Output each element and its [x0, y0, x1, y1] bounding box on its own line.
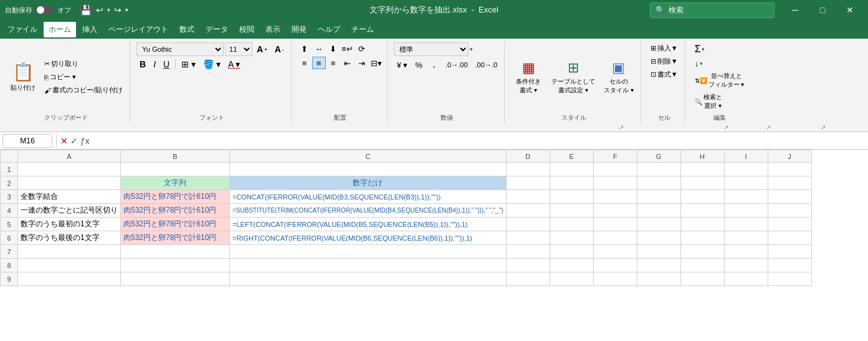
cell-h5[interactable]	[680, 218, 724, 231]
fill-color-button[interactable]: 🪣 ▾	[200, 58, 224, 70]
cell-a1[interactable]	[18, 163, 121, 176]
alignment-expand[interactable]: ↗	[766, 124, 771, 131]
underline-button[interactable]: U	[160, 58, 173, 70]
cell-a6[interactable]: 数字のうち最後の1文字	[18, 231, 121, 245]
cell-c6[interactable]: =RIGHT(CONCAT(IFERROR(VALUE(MID(B6,SEQUE…	[230, 231, 507, 245]
cell-b7[interactable]	[121, 245, 230, 259]
cell-f8[interactable]	[593, 259, 637, 272]
cell-b1[interactable]	[121, 163, 230, 176]
cell-j9[interactable]	[768, 272, 811, 286]
cell-g7[interactable]	[637, 245, 680, 259]
insert-function-icon[interactable]: ƒx	[80, 136, 90, 146]
align-left-button[interactable]: ≡	[298, 57, 312, 69]
cell-b2[interactable]: 文字列	[121, 176, 230, 190]
cell-h6[interactable]	[680, 231, 724, 245]
orientation-button[interactable]: ⟳	[355, 42, 369, 55]
cell-j7[interactable]	[768, 245, 811, 259]
menu-developer[interactable]: 開発	[287, 22, 312, 37]
cell-b5[interactable]: 肉532円と卵78円で計610円	[121, 218, 230, 231]
wrap-text-button[interactable]: ≡↵	[341, 42, 355, 55]
menu-home[interactable]: ホーム	[44, 22, 76, 37]
cell-c2[interactable]: 数字だけ	[230, 176, 507, 190]
cell-i9[interactable]	[724, 272, 768, 286]
italic-button[interactable]: I	[150, 58, 159, 70]
decrease-font-button[interactable]: A-	[272, 43, 287, 55]
cell-j5[interactable]	[768, 218, 811, 231]
cell-e8[interactable]	[550, 259, 593, 272]
quick-access-dropdown[interactable]: ▾	[125, 7, 128, 13]
conditional-format-button[interactable]: ▦ 条件付き書式 ▾	[511, 58, 546, 97]
cell-a8[interactable]	[18, 259, 121, 272]
align-top-button[interactable]: ⬆	[298, 42, 312, 55]
cell-f6[interactable]	[593, 231, 637, 245]
cell-e7[interactable]	[550, 245, 593, 259]
cell-h1[interactable]	[680, 163, 724, 176]
col-header-c[interactable]: C	[230, 150, 507, 163]
cell-b4[interactable]: 肉532円と卵78円で計610円	[121, 204, 230, 218]
col-header-g[interactable]: G	[637, 150, 680, 163]
col-header-b[interactable]: B	[121, 150, 230, 163]
cell-d2[interactable]	[506, 176, 550, 190]
cell-d3[interactable]	[506, 190, 550, 204]
cell-h4[interactable]	[680, 204, 724, 218]
cell-j2[interactable]	[768, 176, 811, 190]
cell-j8[interactable]	[768, 259, 811, 272]
cell-j3[interactable]	[768, 190, 811, 204]
cell-d4[interactable]	[506, 204, 550, 218]
minimize-button[interactable]: ─	[782, 2, 808, 18]
cell-j4[interactable]	[768, 204, 811, 218]
cell-g2[interactable]	[637, 176, 680, 190]
cell-b9[interactable]	[121, 272, 230, 286]
cell-d1[interactable]	[506, 163, 550, 176]
cell-g4[interactable]	[637, 204, 680, 218]
cell-f3[interactable]	[593, 190, 637, 204]
redo-icon[interactable]: ↪	[114, 5, 122, 15]
cell-a5[interactable]: 数字のうち最初の1文字	[18, 218, 121, 231]
cell-i5[interactable]	[724, 218, 768, 231]
col-header-f[interactable]: F	[593, 150, 637, 163]
align-bottom-button[interactable]: ⬇	[327, 42, 340, 55]
menu-data[interactable]: データ	[201, 22, 233, 37]
format-painter-button[interactable]: 🖌 書式のコピー/貼り付け	[41, 84, 126, 96]
percent-button[interactable]: %	[413, 59, 426, 71]
col-header-h[interactable]: H	[680, 150, 724, 163]
clipboard-expand[interactable]: ↗	[619, 124, 624, 131]
confirm-formula-icon[interactable]: ✓	[70, 136, 78, 146]
cell-d5[interactable]	[506, 218, 550, 231]
increase-font-button[interactable]: A+	[254, 43, 270, 55]
cell-g3[interactable]	[637, 190, 680, 204]
menu-insert[interactable]: 挿入	[77, 22, 102, 37]
cell-reference-box[interactable]: M16	[2, 134, 52, 148]
col-header-j[interactable]: J	[768, 150, 811, 163]
cell-c7[interactable]	[230, 245, 507, 259]
align-center-button[interactable]: ≡	[312, 57, 326, 69]
save-icon[interactable]: 💾	[80, 4, 92, 16]
cell-f7[interactable]	[593, 245, 637, 259]
cell-h3[interactable]	[680, 190, 724, 204]
cell-g5[interactable]	[637, 218, 680, 231]
copy-button[interactable]: ⎘ コピー ▾	[41, 71, 126, 83]
formula-input[interactable]	[92, 134, 866, 148]
undo-dropdown[interactable]: ▾	[107, 7, 110, 13]
search-box[interactable]: 🔍 検索	[650, 2, 775, 18]
align-right-button[interactable]: ≡	[327, 57, 340, 69]
cell-a2[interactable]	[18, 176, 121, 190]
cell-i3[interactable]	[724, 190, 768, 204]
cell-g1[interactable]	[637, 163, 680, 176]
cell-j6[interactable]	[768, 231, 811, 245]
close-button[interactable]: ✕	[837, 2, 863, 18]
decrease-indent-button[interactable]: ⇤	[341, 57, 355, 69]
menu-review[interactable]: 校閲	[234, 22, 259, 37]
menu-file[interactable]: ファイル	[2, 22, 42, 37]
number-format-select[interactable]: 標準	[394, 42, 469, 56]
currency-button[interactable]: ¥ ▾	[394, 59, 411, 71]
cancel-formula-icon[interactable]: ✕	[60, 136, 68, 146]
cell-h7[interactable]	[680, 245, 724, 259]
fill-button[interactable]: ↓ ▾	[692, 57, 748, 69]
cell-e5[interactable]	[550, 218, 593, 231]
align-middle-button[interactable]: ↔	[312, 42, 326, 55]
cell-c9[interactable]	[230, 272, 507, 286]
increase-decimal-button[interactable]: .0→.00	[442, 60, 470, 70]
cell-h8[interactable]	[680, 259, 724, 272]
menu-page-layout[interactable]: ページレイアウト	[103, 22, 173, 37]
